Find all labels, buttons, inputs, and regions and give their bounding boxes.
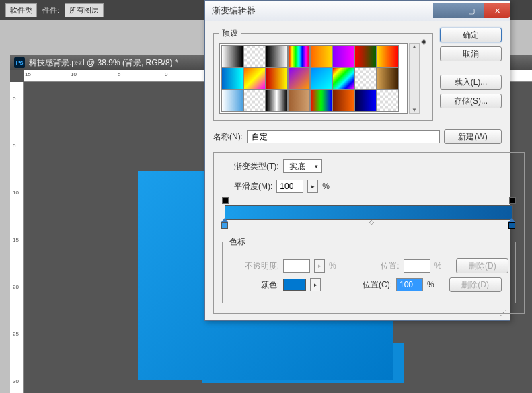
- opacity-stop-left[interactable]: [222, 197, 229, 204]
- position2-label: 位置(C):: [354, 279, 392, 291]
- app-icon: Ps: [14, 57, 25, 68]
- toolbar-item[interactable]: 软件类: [5, 3, 37, 17]
- preset-swatch[interactable]: [221, 67, 243, 90]
- preset-swatch[interactable]: [266, 67, 288, 90]
- preset-swatch[interactable]: [243, 45, 266, 67]
- gradient-type-label: 渐变类型(T):: [234, 161, 279, 172]
- presets-label: 预设: [219, 28, 241, 39]
- close-button[interactable]: ✕: [484, 3, 510, 18]
- preset-swatch[interactable]: [288, 67, 310, 90]
- opacity-spinner: ▸: [314, 259, 325, 273]
- opacity-input: [283, 259, 310, 273]
- resize-grip-icon[interactable]: ⋰: [500, 309, 507, 318]
- preset-swatch[interactable]: [310, 45, 332, 67]
- preset-swatch[interactable]: [266, 45, 288, 67]
- preset-swatch[interactable]: [243, 90, 266, 112]
- preset-scrollbar[interactable]: ▲▼: [409, 43, 420, 114]
- ruler-vertical: 0 5 10 15 20 25 30: [10, 82, 24, 393]
- color-stop-right[interactable]: [508, 221, 517, 229]
- toolbar-label: 件件:: [42, 5, 59, 15]
- preset-swatch[interactable]: [332, 67, 354, 90]
- color-stop-left[interactable]: [221, 221, 229, 229]
- stops-label: 色标: [229, 236, 245, 248]
- preset-swatch[interactable]: [332, 45, 354, 67]
- percent-label: %: [322, 182, 330, 191]
- delete-color-button: 删除(D): [449, 277, 502, 292]
- maximize-button[interactable]: ▢: [459, 3, 484, 18]
- gradient-editor-dialog: 渐变编辑器 ─ ▢ ✕ 预设 ▲▼ ◉ 确定 取消 载入(L)... 存储(S)…: [204, 0, 510, 321]
- smoothness-input[interactable]: [276, 180, 303, 193]
- color-swatch[interactable]: [283, 279, 306, 291]
- gradient-settings: 渐变类型(T): 实底▾ 平滑度(M): ▸ % ◇ 色标: [213, 152, 525, 314]
- preset-swatch[interactable]: [266, 90, 288, 112]
- toolbar-item[interactable]: 所有图层: [65, 3, 104, 17]
- gradient-type-dropdown[interactable]: 实底▾: [283, 159, 322, 173]
- new-button[interactable]: 新建(W): [444, 129, 502, 144]
- document-title: 科技感背景.psd @ 38.9% (背景, RGB/8) *: [29, 57, 178, 69]
- presets-fieldset: 预设 ▲▼ ◉: [213, 28, 433, 121]
- preset-swatch[interactable]: [221, 45, 243, 67]
- midpoint-icon[interactable]: ◇: [369, 219, 374, 225]
- stops-fieldset: 色标 不透明度: ▸ % 位置: % 删除(D) 颜色: ▸: [222, 236, 516, 303]
- gradient-bar[interactable]: ◇: [225, 205, 513, 220]
- dialog-titlebar[interactable]: 渐变编辑器 ─ ▢ ✕: [205, 1, 510, 21]
- name-input[interactable]: [247, 130, 440, 143]
- name-label: 名称(N):: [213, 131, 243, 143]
- preset-swatch[interactable]: [354, 90, 377, 112]
- smoothness-spinner[interactable]: ▸: [307, 180, 318, 193]
- preset-grid[interactable]: [219, 43, 408, 114]
- preset-swatch[interactable]: [288, 90, 310, 112]
- cancel-button[interactable]: 取消: [440, 46, 502, 61]
- preset-swatch[interactable]: [243, 67, 266, 90]
- ok-button[interactable]: 确定: [440, 28, 502, 42]
- preset-swatch[interactable]: [377, 45, 399, 67]
- color-label: 颜色:: [241, 279, 279, 291]
- preset-swatch[interactable]: [377, 67, 399, 90]
- opacity-label: 不透明度:: [241, 260, 279, 272]
- preset-swatch[interactable]: [354, 67, 377, 90]
- dialog-title: 渐变编辑器: [212, 5, 256, 17]
- preset-swatch[interactable]: [310, 90, 332, 112]
- position1-label: 位置:: [362, 260, 400, 272]
- preset-swatch[interactable]: [377, 90, 399, 112]
- preset-swatch[interactable]: [310, 67, 332, 90]
- preset-swatch[interactable]: [221, 90, 243, 112]
- color-picker-arrow[interactable]: ▸: [310, 278, 321, 291]
- minimize-button[interactable]: ─: [433, 3, 459, 18]
- preset-swatch[interactable]: [354, 45, 377, 67]
- load-button[interactable]: 载入(L)...: [440, 75, 502, 90]
- smoothness-label: 平滑度(M):: [234, 181, 272, 192]
- save-button[interactable]: 存储(S)...: [440, 94, 502, 108]
- position1-input: [404, 259, 430, 273]
- preset-swatch[interactable]: [288, 45, 310, 67]
- preset-options-icon[interactable]: ◉: [421, 38, 427, 45]
- preset-swatch[interactable]: [332, 90, 354, 112]
- position2-input[interactable]: [396, 278, 423, 291]
- delete-opacity-button: 删除(D): [456, 258, 508, 273]
- opacity-stop-right[interactable]: [509, 197, 516, 204]
